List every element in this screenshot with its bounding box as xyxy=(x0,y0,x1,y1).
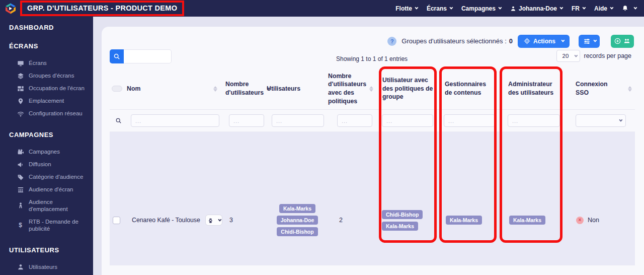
column-header-gestionnaires-contenus[interactable]: Gestionnaires de contenus xyxy=(437,80,497,97)
records-per-page-label: records per page xyxy=(584,52,631,59)
user-count-value: 3 xyxy=(229,217,233,224)
filter-input-politiques-groupe[interactable] xyxy=(382,114,433,127)
user-badge: Kala-Marks xyxy=(382,222,418,231)
movie-camera-icon xyxy=(17,148,24,156)
content-manager-badge: Kala-Marks xyxy=(446,216,482,225)
tag-icon xyxy=(17,173,24,181)
sidebar-item-label: Catégorie d'audience xyxy=(29,173,83,180)
sidebar-item-campagnes[interactable]: Campagnes xyxy=(9,146,93,158)
megaphone-icon xyxy=(17,161,24,168)
sidebar-item-ecrans[interactable]: Écrans xyxy=(9,57,93,70)
page-title: GRP. D'UTILISATEURS - PRODUCT DEMO xyxy=(20,1,184,16)
sidebar-item-audience-ecran[interactable]: Audience d'écran xyxy=(9,183,93,196)
map-pin-icon xyxy=(17,97,24,105)
row-actions-button[interactable] xyxy=(205,215,222,226)
sidebar-item-occupation-ecran[interactable]: Occupation de l'écran xyxy=(9,82,93,95)
table-header-row: Nom Nombre d'utilisateurs Utilisateurs N… xyxy=(110,68,635,110)
table-filter-row xyxy=(110,110,635,132)
filter-input-nom[interactable] xyxy=(131,114,219,127)
content-card: ? Groupes d'utilisateurs sélectionnés : … xyxy=(102,27,644,275)
column-header-nombre-politiques[interactable]: Nombre d'utilisateurs avec des politique… xyxy=(328,72,375,105)
user-icon xyxy=(17,263,24,271)
sidebar-item-diffusion[interactable]: Diffusion xyxy=(9,158,93,171)
chevron-down-icon xyxy=(575,53,578,57)
sidebar-item-label: Groupes d'écrans xyxy=(29,72,74,79)
sidebar-item-configuration-reseau[interactable]: Configuration réseau xyxy=(9,107,93,120)
person-standing-icon xyxy=(17,202,24,210)
policy-user-count-value: 2 xyxy=(339,217,343,224)
sidebar-heading-dashboard[interactable]: DASHBOARD xyxy=(9,24,93,31)
sort-icon[interactable] xyxy=(213,86,217,92)
chevron-down-icon xyxy=(415,6,418,10)
nav-user-menu[interactable]: Johanna-Doe xyxy=(510,5,562,12)
sidebar-item-label: Emplacement xyxy=(29,97,64,104)
help-icon[interactable]: ? xyxy=(387,37,396,46)
sidebar-item-label: Audience d'emplacement xyxy=(29,198,93,213)
chevron-down-icon xyxy=(582,6,586,10)
nav-help-menu[interactable]: Aide xyxy=(594,5,612,12)
sso-value: Non xyxy=(588,217,599,224)
audience-icon xyxy=(17,186,24,193)
search-button[interactable] xyxy=(110,49,124,63)
user-badge: Chidi-Bishop xyxy=(382,210,423,219)
sidebar-item-groupe-utilisateur[interactable]: Groupe d'utilisateur xyxy=(9,273,93,275)
chevron-down-icon xyxy=(593,39,597,42)
search-icon xyxy=(113,53,120,60)
nav-menu-flotte[interactable]: Flotte xyxy=(395,5,417,12)
sidebar-item-emplacement[interactable]: Emplacement xyxy=(9,95,93,107)
column-header-nom[interactable]: Nom xyxy=(127,85,225,93)
chevron-down-icon xyxy=(559,6,563,10)
chevron-down-icon xyxy=(610,6,613,10)
sort-icon[interactable] xyxy=(369,86,373,92)
column-header-utilisateur-politiques-groupe[interactable]: Utilisateur avec des politiques de group… xyxy=(375,76,437,101)
plus-circle-icon xyxy=(614,38,621,44)
user-badge: Chidi-Bishop xyxy=(277,227,317,236)
chevron-down-icon xyxy=(218,218,221,221)
monitor-icon xyxy=(17,59,24,67)
nav-language-menu[interactable]: FR xyxy=(572,5,585,12)
user-badge: Johanna-Doe xyxy=(277,216,318,225)
nav-menu-campagnes[interactable]: Campagnes xyxy=(461,5,501,12)
sidebar-item-categorie-audience[interactable]: Catégorie d'audience xyxy=(9,171,93,183)
sidebar-item-groupes-ecrans[interactable]: Groupes d'écrans xyxy=(9,70,93,82)
nav-menu-ecrans[interactable]: Écrans xyxy=(427,5,452,12)
sidebar-item-rtb[interactable]: $ RTB - Demande de publicité xyxy=(9,216,93,235)
filter-input-nombre-utilisateurs[interactable] xyxy=(229,114,264,127)
row-checkbox[interactable] xyxy=(113,217,120,224)
chevron-down-icon xyxy=(633,6,637,10)
column-header-connexion-sso[interactable]: Connexion SSO xyxy=(562,80,635,97)
select-all-toggle[interactable] xyxy=(112,86,122,92)
sort-icon[interactable] xyxy=(628,86,632,92)
user-badge: Kala-Marks xyxy=(279,204,315,213)
selected-groups-count: 0 xyxy=(509,37,513,45)
filter-search-icon xyxy=(115,117,122,124)
column-header-administrateur-utilisateurs[interactable]: Administrateur des utilisateurs xyxy=(497,80,562,97)
sidebar: DASHBOARD ÉCRANS Écrans Groupes d'écrans… xyxy=(0,0,93,275)
table-row[interactable]: Cenareo Kafé - Toulouse 3 Kala-Marks Joh… xyxy=(110,132,635,265)
column-header-utilisateurs[interactable]: Utilisateurs xyxy=(267,85,328,93)
users-badge-list: Kala-Marks Johanna-Doe Chidi-Bishop xyxy=(267,204,328,236)
sidebar-item-label: Campagnes xyxy=(29,148,60,155)
filter-input-nombre-politiques[interactable] xyxy=(337,114,372,127)
records-per-page-select[interactable]: 20 xyxy=(556,50,580,62)
filter-input-gestionnaires[interactable] xyxy=(444,114,495,127)
sidebar-item-label: Diffusion xyxy=(29,161,51,168)
filter-input-administrateur[interactable] xyxy=(508,114,560,127)
user-icon xyxy=(510,6,516,12)
sidebar-item-utilisateurs[interactable]: Utilisateurs xyxy=(9,261,93,273)
sidebar-item-audience-emplacement[interactable]: Audience d'emplacement xyxy=(9,196,93,216)
add-user-group-button[interactable] xyxy=(611,35,634,48)
app-logo-icon[interactable] xyxy=(4,2,17,15)
filter-select-sso[interactable] xyxy=(576,114,626,127)
sidebar-item-label: RTB - Demande de publicité xyxy=(29,218,88,233)
layout-icon xyxy=(17,85,24,92)
filter-input-utilisateurs[interactable] xyxy=(272,114,324,127)
dollar-icon: $ xyxy=(17,222,24,229)
column-header-nombre-utilisateurs[interactable]: Nombre d'utilisateurs xyxy=(225,80,267,97)
actions-button[interactable]: Actions xyxy=(518,35,570,48)
gear-icon xyxy=(208,218,213,223)
search-input[interactable] xyxy=(124,49,172,63)
nav-notifications-menu[interactable] xyxy=(622,5,636,12)
sidebar-item-label: Utilisateurs xyxy=(29,263,57,270)
column-settings-button[interactable] xyxy=(579,35,600,48)
